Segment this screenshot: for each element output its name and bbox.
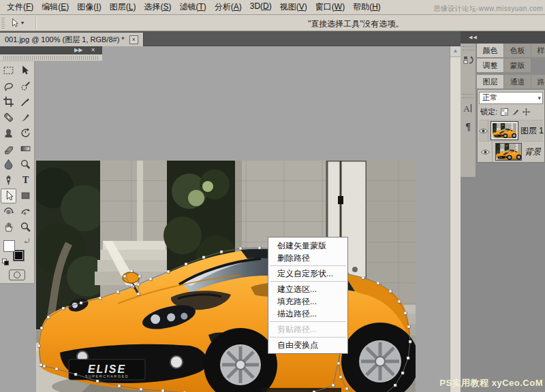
3d-roll-tool[interactable] <box>18 204 33 219</box>
layer-name[interactable]: 背景 <box>525 146 541 158</box>
tools-panel-header: ▶▶ ✕ <box>0 46 102 54</box>
menu-window[interactable]: 窗口(W) <box>311 1 349 13</box>
tools-close-icon[interactable]: ✕ <box>91 46 95 54</box>
panel-tab[interactable]: 图层 <box>477 75 503 88</box>
direct-selection-tool[interactable] <box>1 189 16 203</box>
context-menu-item[interactable]: 描边路径... <box>268 308 347 320</box>
color-swatches: ⤾ <box>0 236 34 267</box>
menu-edit[interactable]: 编辑(E) <box>37 1 73 13</box>
dodge-tool-icon <box>20 159 31 170</box>
context-menu-item[interactable]: 建立选区... <box>268 283 347 295</box>
hand-tool[interactable] <box>1 220 16 235</box>
menu-3d[interactable]: 3D(D) <box>246 1 276 13</box>
lock-transparent-pixels-icon[interactable] <box>501 108 508 116</box>
layer-visibility-toggle[interactable] <box>479 120 488 141</box>
lasso-tool[interactable] <box>1 79 16 94</box>
canvas-vertical-scrollbar[interactable]: ▲ <box>450 46 461 392</box>
swap-colors-icon[interactable]: ⤾ <box>25 238 30 245</box>
crop-tool[interactable] <box>1 95 16 110</box>
panel-group-adjustments: 调整蒙版 <box>477 59 545 72</box>
panel-tab[interactable]: 色板 <box>504 44 531 57</box>
pen-tool-icon <box>3 174 14 186</box>
tools-collapse-icon[interactable]: ▶▶ <box>74 46 82 54</box>
quick-mask-icon <box>14 272 20 278</box>
foreground-color-swatch[interactable] <box>3 240 15 252</box>
horizontal-type-tool[interactable] <box>18 173 33 188</box>
move-tool[interactable] <box>18 63 33 78</box>
panel-tab[interactable]: 路径 <box>531 75 545 88</box>
lock-image-pixels-icon[interactable] <box>512 108 519 116</box>
context-menu-item[interactable]: 填充路径... <box>268 295 347 308</box>
menu-image[interactable]: 图像(I) <box>73 1 105 13</box>
spot-healing-brush-tool[interactable] <box>1 110 16 125</box>
site-watermark-top: 思缘设计论坛-www.missyuan.com <box>434 4 543 14</box>
context-menu-item[interactable]: 定义自定形状... <box>268 267 347 280</box>
dock-strip-grip-2[interactable] <box>463 94 473 98</box>
layer-visibility-toggle[interactable] <box>479 142 493 162</box>
panel-tab[interactable]: 调整 <box>477 59 503 72</box>
context-menu-separator <box>270 337 346 338</box>
eyedropper-tool[interactable] <box>18 95 33 110</box>
document-close-icon[interactable]: × <box>129 35 138 44</box>
layers-panel: 正常 锁定: 图层 1背景 <box>477 90 545 163</box>
clone-stamp-tool[interactable] <box>1 126 16 141</box>
dodge-tool[interactable] <box>18 157 33 172</box>
3d-rotate-tool[interactable] <box>1 204 16 219</box>
menu-bar: 文件(F)编辑(E)图像(I)图层(L)选择(S)滤镜(T)分析(A)3D(D)… <box>0 0 545 15</box>
3d-rotate-tool-icon <box>3 206 14 217</box>
quick-mask-button[interactable] <box>9 270 25 280</box>
zoom-tool-icon <box>20 221 31 233</box>
current-tool-dropdown[interactable]: ▾ <box>9 16 32 29</box>
brush-tool[interactable] <box>18 110 33 125</box>
zoom-tool[interactable] <box>18 220 33 235</box>
history-brush-tool[interactable] <box>18 126 33 141</box>
layer-thumbnail[interactable] <box>491 122 518 140</box>
blur-tool[interactable] <box>1 157 16 172</box>
panel-tab[interactable]: 样式 <box>531 44 545 57</box>
rectangle-tool[interactable] <box>18 189 33 203</box>
scroll-up-icon[interactable]: ▲ <box>450 46 461 57</box>
gradient-tool[interactable] <box>18 142 33 157</box>
menu-select[interactable]: 选择(S) <box>140 1 175 13</box>
default-colors-icon[interactable] <box>2 259 8 265</box>
history-panel-icon[interactable] <box>461 54 476 67</box>
paragraph-panel-icon[interactable] <box>461 120 476 132</box>
layer-thumbnail[interactable] <box>495 143 522 161</box>
context-menu-item[interactable]: 自由变换点 <box>268 339 347 351</box>
layer-row[interactable]: 图层 1 <box>479 120 543 141</box>
direct-selection-tool-icon <box>3 190 14 201</box>
panel-group-layers: 图层通道路径 <box>477 75 545 88</box>
tools-panel-grip[interactable] <box>0 54 102 61</box>
panel-tab[interactable]: 蒙版 <box>504 59 531 72</box>
eraser-tool[interactable] <box>1 142 16 157</box>
options-bar-grip[interactable] <box>1 17 5 29</box>
dock-collapse-icon[interactable]: ◀◀ <box>461 31 545 44</box>
context-menu-item[interactable]: 删除路径 <box>268 252 347 264</box>
panel-tab[interactable]: 颜色 <box>477 44 503 57</box>
rectangular-marquee-tool[interactable] <box>1 63 16 78</box>
pen-tool[interactable] <box>1 173 16 188</box>
panel-tab[interactable]: 通道 <box>504 75 531 88</box>
layer-name[interactable]: 图层 1 <box>520 125 544 137</box>
tool-grid <box>0 63 34 235</box>
menu-items: 文件(F)编辑(E)图像(I)图层(L)选择(S)滤镜(T)分析(A)3D(D)… <box>3 1 385 13</box>
document-image[interactable] <box>36 161 416 392</box>
document-tab[interactable]: 001.jpg @ 100% (图层 1, RGB/8#) * × <box>0 33 144 46</box>
character-panel-icon[interactable] <box>461 102 476 114</box>
lock-position-icon[interactable] <box>523 108 530 116</box>
menu-filter[interactable]: 滤镜(T) <box>175 1 210 13</box>
tool-options-bar: ▾ "直接选择工具"没有选项。 <box>0 15 545 31</box>
context-menu-item[interactable]: 创建矢量蒙版 <box>268 240 347 252</box>
quick-selection-tool[interactable] <box>18 79 33 94</box>
dock-strip-grip[interactable] <box>463 46 473 50</box>
blend-mode-select[interactable]: 正常 <box>479 92 543 104</box>
tools-panel: ⤾ <box>0 61 35 284</box>
menu-file[interactable]: 文件(F) <box>3 1 37 13</box>
layer-row[interactable]: 背景 <box>479 141 543 162</box>
menu-help[interactable]: 帮助(H) <box>349 1 385 13</box>
menu-layer[interactable]: 图层(L) <box>106 1 140 13</box>
menu-analysis[interactable]: 分析(A) <box>211 1 246 13</box>
menu-view[interactable]: 视图(V) <box>276 1 311 13</box>
3d-roll-tool-icon <box>20 206 31 217</box>
canvas-area[interactable] <box>0 46 450 392</box>
